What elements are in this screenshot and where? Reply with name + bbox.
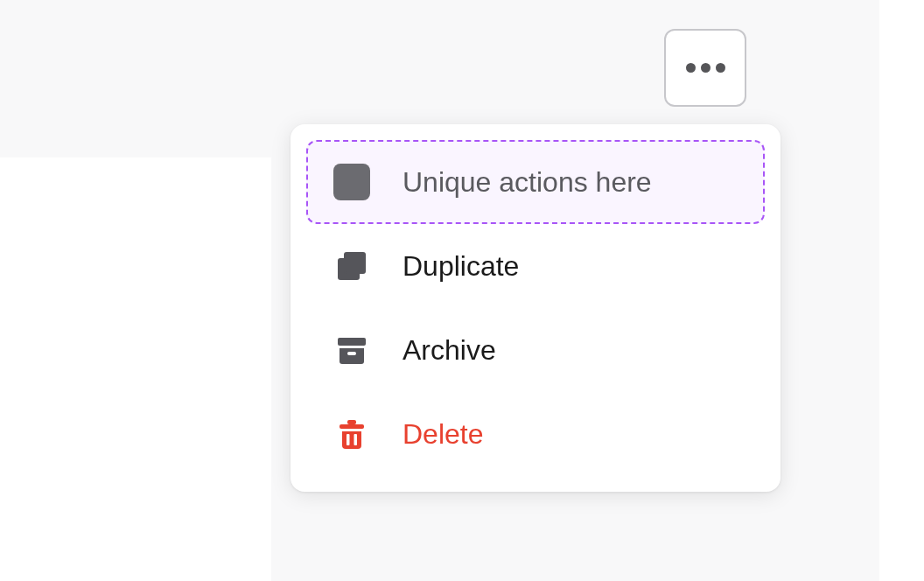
svg-rect-8 bbox=[354, 434, 358, 445]
duplicate-icon bbox=[332, 247, 371, 285]
menu-item-label: Delete bbox=[402, 418, 484, 451]
menu-item-label: Unique actions here bbox=[402, 166, 652, 199]
menu-item-label: Archive bbox=[402, 334, 496, 367]
dropdown-menu: Unique actions here Duplicate Archive bbox=[290, 124, 780, 492]
svg-rect-4 bbox=[347, 352, 356, 355]
menu-item-duplicate[interactable]: Duplicate bbox=[306, 224, 765, 308]
svg-rect-5 bbox=[340, 424, 364, 429]
placeholder-icon bbox=[332, 163, 371, 201]
menu-item-unique-actions[interactable]: Unique actions here bbox=[306, 140, 765, 224]
content-panel bbox=[0, 158, 271, 581]
archive-icon bbox=[332, 331, 371, 369]
menu-item-delete[interactable]: Delete bbox=[306, 392, 765, 476]
svg-rect-3 bbox=[338, 338, 366, 346]
svg-rect-7 bbox=[346, 434, 350, 445]
svg-rect-2 bbox=[346, 254, 364, 272]
more-options-button[interactable] bbox=[664, 29, 746, 107]
trash-icon bbox=[332, 415, 371, 453]
right-edge-panel bbox=[879, 0, 924, 581]
ellipsis-icon bbox=[686, 63, 725, 73]
menu-item-archive[interactable]: Archive bbox=[306, 308, 765, 392]
svg-rect-6 bbox=[347, 420, 356, 424]
menu-item-label: Duplicate bbox=[402, 250, 519, 283]
